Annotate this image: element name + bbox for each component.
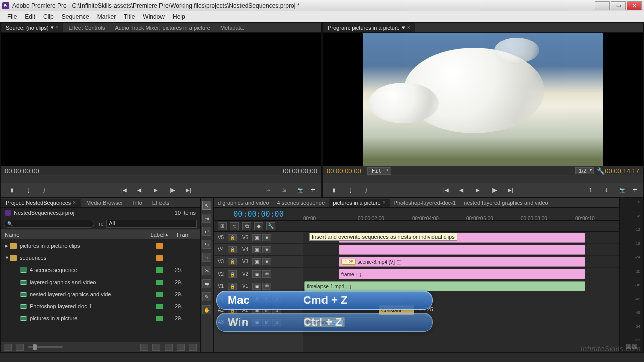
- extract-icon[interactable]: ⇣: [601, 185, 612, 194]
- label-swatch[interactable]: [156, 267, 163, 273]
- bin-row[interactable]: ▶pictures in a picture clips: [1, 240, 200, 252]
- goto-out-icon[interactable]: ▶|: [183, 185, 194, 194]
- source-ruler[interactable]: [1, 175, 321, 183]
- col-frame[interactable]: Fram: [175, 232, 200, 238]
- snap-icon[interactable]: ⊂: [230, 222, 239, 230]
- close-button[interactable]: ✕: [627, 1, 642, 10]
- mark-in-icon[interactable]: ▮: [7, 185, 18, 194]
- sequence-row[interactable]: 4 scenes sequence29.: [1, 264, 200, 276]
- sequence-tab[interactable]: pictures in a picture×: [329, 199, 389, 207]
- lift-icon[interactable]: ⇡: [585, 185, 596, 194]
- list-view-icon[interactable]: [4, 344, 12, 351]
- find-icon[interactable]: [152, 344, 160, 351]
- track-header-v4[interactable]: V4🔒V4▣👁: [214, 244, 303, 256]
- project-tab[interactable]: Media Browser: [81, 199, 128, 207]
- close-tab-icon[interactable]: ×: [407, 25, 410, 30]
- eye-icon[interactable]: 👁: [262, 246, 271, 253]
- clip[interactable]: -1:25 scenic-8.mp4 [V] ⬚: [339, 257, 585, 267]
- sequence-tab[interactable]: Photoshop-layered-doc-1: [390, 199, 460, 207]
- menu-clip[interactable]: Clip: [39, 12, 58, 21]
- dropdown-icon[interactable]: ▾: [51, 24, 54, 31]
- lock-icon[interactable]: 🔒: [228, 270, 237, 278]
- minimize-button[interactable]: —: [595, 1, 610, 10]
- disclosure-icon[interactable]: ▼: [5, 255, 10, 260]
- goto-out-icon[interactable]: ▶|: [505, 185, 516, 194]
- program-tab[interactable]: Program: pictures in a picture ▾ ×: [323, 23, 415, 32]
- project-tab[interactable]: Effects: [147, 199, 174, 207]
- icon-view-icon[interactable]: [16, 344, 24, 351]
- label-swatch[interactable]: [156, 243, 163, 249]
- play-icon[interactable]: ▶: [472, 185, 484, 194]
- clip[interactable]: frame ⬚: [339, 269, 585, 279]
- panel-menu-icon[interactable]: ≡: [316, 25, 321, 31]
- panel-menu-icon[interactable]: ≡: [195, 200, 200, 206]
- zoom-fit-dropdown[interactable]: Fit: [367, 167, 391, 175]
- label-swatch[interactable]: [156, 292, 163, 297]
- clip[interactable]: [339, 245, 585, 255]
- maximize-button[interactable]: ▭: [611, 1, 626, 10]
- menu-edit[interactable]: Edit: [21, 12, 39, 21]
- step-fwd-icon[interactable]: |▶: [489, 185, 500, 194]
- marker-icon[interactable]: ◆: [254, 222, 263, 230]
- search-input[interactable]: [4, 220, 94, 228]
- sequence-tab[interactable]: nested layered graphics and video: [460, 199, 552, 207]
- col-label[interactable]: Label ▴: [144, 231, 175, 238]
- label-swatch[interactable]: [156, 255, 163, 261]
- trash-icon[interactable]: [189, 344, 197, 351]
- source-tab[interactable]: Effect Controls: [63, 24, 110, 32]
- source-tc-in[interactable]: 00;00;00;00: [5, 167, 39, 175]
- track-v2[interactable]: frame ⬚: [303, 268, 619, 280]
- filter-in-dropdown[interactable]: All: [106, 220, 197, 228]
- export-frame-icon[interactable]: 📷: [617, 185, 628, 194]
- sequence-row[interactable]: Photoshop-layered-doc-129.: [1, 300, 200, 312]
- auto-match-icon[interactable]: [140, 344, 148, 351]
- button-editor-icon[interactable]: +: [633, 185, 637, 194]
- track-header-v5[interactable]: V5🔒V5▣👁: [214, 232, 303, 244]
- col-name[interactable]: Name: [1, 232, 144, 238]
- mark-out-icon[interactable]: }: [39, 185, 50, 194]
- goto-in-icon[interactable]: |◀: [440, 185, 451, 194]
- pen-tool-icon[interactable]: ✎: [202, 292, 211, 301]
- program-tc-current[interactable]: 00:00:00:00: [327, 167, 361, 175]
- bin-row[interactable]: ▼sequences: [1, 252, 200, 264]
- rolling-tool-icon[interactable]: ⇆: [202, 240, 211, 249]
- menu-window[interactable]: Window: [139, 12, 169, 21]
- track-select-tool-icon[interactable]: ⇥: [202, 214, 211, 223]
- track-header-v3[interactable]: V3🔒V3▣👁: [214, 256, 303, 268]
- nest-toggle-icon[interactable]: ⊞: [218, 222, 227, 230]
- close-tab-icon[interactable]: ×: [383, 200, 386, 205]
- slip-tool-icon[interactable]: ⇋: [202, 279, 211, 288]
- clip[interactable]: timelapse-1.mp4 ⬚: [304, 281, 585, 291]
- mark-icon[interactable]: {: [23, 185, 34, 194]
- hand-tool-icon[interactable]: ✋: [202, 305, 211, 314]
- sequence-tab[interactable]: 4 scenes sequence: [273, 199, 329, 207]
- lock-icon[interactable]: 🔒: [228, 283, 237, 290]
- source-tab[interactable]: Source: (no clips) ▾×: [1, 23, 63, 32]
- overwrite-icon[interactable]: ⇲: [279, 185, 290, 194]
- mark-in-icon[interactable]: ▮: [329, 185, 340, 194]
- lock-icon[interactable]: 🔒: [228, 234, 237, 241]
- program-ruler[interactable]: [323, 175, 643, 183]
- target-icon[interactable]: ▣: [252, 283, 261, 290]
- program-monitor[interactable]: [323, 33, 643, 166]
- eye-icon[interactable]: 👁: [262, 258, 271, 265]
- selection-tool-icon[interactable]: ↖: [202, 201, 211, 210]
- mark-out-icon[interactable]: }: [361, 185, 372, 194]
- label-swatch[interactable]: [156, 280, 163, 285]
- menu-help[interactable]: Help: [169, 12, 189, 21]
- source-tab[interactable]: Metadata: [215, 24, 249, 32]
- track-v4[interactable]: [303, 244, 619, 256]
- insert-icon[interactable]: ⇥: [263, 185, 274, 194]
- target-icon[interactable]: ▣: [252, 270, 261, 278]
- panel-menu-icon[interactable]: ≡: [638, 25, 643, 31]
- project-tab[interactable]: Project: NestedSequences×: [1, 199, 81, 207]
- panel-menu-icon[interactable]: ≡: [614, 200, 619, 206]
- menu-title[interactable]: Title: [120, 12, 139, 21]
- export-frame-icon[interactable]: 📷: [295, 185, 306, 194]
- dropdown-icon[interactable]: ▾: [402, 24, 405, 31]
- settings-icon[interactable]: 🔧: [266, 222, 275, 230]
- close-tab-icon[interactable]: ×: [56, 25, 59, 30]
- goto-in-icon[interactable]: |◀: [118, 185, 129, 194]
- step-back-icon[interactable]: ◀|: [134, 185, 145, 194]
- ripple-tool-icon[interactable]: ⇄: [202, 227, 211, 236]
